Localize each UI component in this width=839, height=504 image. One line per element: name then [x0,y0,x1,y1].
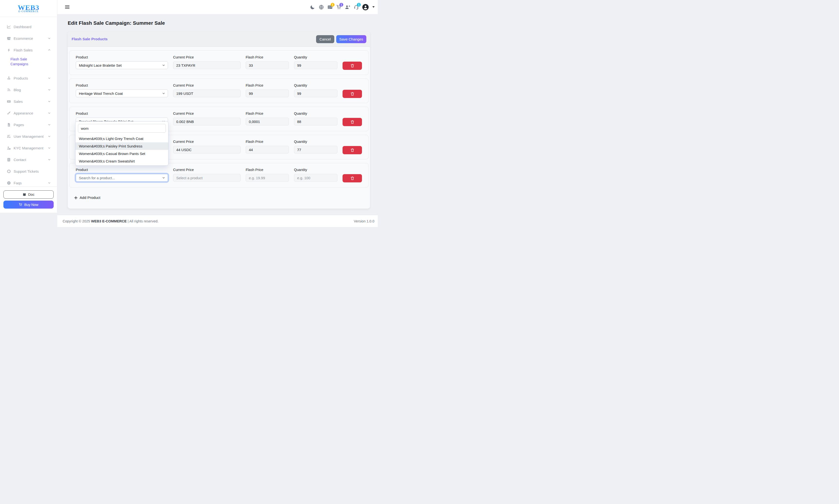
cart-icon [19,203,22,206]
sidebar-item-kyc-management[interactable]: KYC Management [0,142,57,154]
product-label: Product [76,112,168,115]
delete-row-button[interactable] [343,174,362,182]
hamburger-menu-icon[interactable] [65,5,69,9]
current-price-label: Current Price [173,112,241,115]
add-user[interactable] [345,4,350,10]
caret-down-icon[interactable] [372,6,375,8]
chevron-down-icon [48,37,51,40]
product-row: Product Search for a product... Women&#0… [69,163,369,187]
sidebar-item-support-tickets[interactable]: Support Tickets [0,165,57,177]
dropdown-option-highlighted[interactable]: Women&#039;s Paisley Print Sundress [75,142,168,150]
sidebar-item-flash-sales[interactable]: Flash Sales [0,44,57,56]
sidebar-item-blog[interactable]: Blog [0,84,57,95]
chevron-down-icon [48,181,51,184]
language-selector[interactable] [319,4,324,10]
flash-price-input[interactable] [246,118,289,125]
copyright-prefix: Copyright © 2025 [63,219,91,223]
current-price-label: Current Price [173,84,241,87]
delete-row-button[interactable] [343,61,362,70]
product-label: Product [76,55,168,59]
chevron-down-icon [48,77,51,79]
product-row: Product Midnight Lace Bralette Set Curre… [69,51,369,75]
dark-mode-toggle[interactable] [310,4,315,10]
cart-badge: 1 [339,3,343,6]
current-price-input[interactable] [173,90,241,97]
sidebar-item-label: Dashboard [14,25,51,29]
current-price-input[interactable] [173,61,241,69]
sidebar-subitem-label: Flash Sale Campaigns [11,57,28,66]
brand-logo[interactable]: WEB3 E-COMMERCE [0,0,57,17]
book-icon [22,193,26,196]
sidebar-item-contact[interactable]: Contact [0,154,57,165]
flash-price-label: Flash Price [246,140,289,144]
flash-sale-products-card: Flash Sale Products Cancel Save Changes … [68,32,370,209]
quantity-label: Quantity [294,84,338,87]
quantity-input[interactable] [294,146,338,154]
doc-button[interactable]: Doc [3,191,54,199]
user-plus-icon [345,5,350,10]
product-label: Product [76,168,168,172]
sidebar-item-label: Flash Sales [14,48,48,52]
flash-price-label: Flash Price [246,112,289,115]
add-product-button[interactable]: Add Product [74,196,100,200]
delete-row-button[interactable] [343,90,362,98]
page-footer: Copyright © 2025 WEB3 E-COMMERCE | All r… [57,215,378,227]
sidebar-item-sales[interactable]: Sales [0,95,57,107]
trash-icon [350,64,354,68]
sidebar-item-dashboard[interactable]: Dashboard [0,21,57,33]
current-price-input[interactable] [173,146,241,154]
sidebar-item-pages[interactable]: Pages [0,119,57,130]
cart-notifications[interactable]: 1 [336,4,341,10]
quantity-label: Quantity [294,168,338,172]
product-select-placeholder: Search for a product... [79,176,115,180]
quantity-input[interactable] [294,61,338,69]
save-changes-button[interactable]: Save Changes [336,35,366,43]
trash-icon [350,120,354,124]
dropdown-option[interactable]: Women&#039;s Cream Sweatshirt [75,157,168,165]
user-shield-icon [7,146,11,150]
flash-price-input[interactable] [246,90,289,97]
sidebar-item-flash-sale-campaigns[interactable]: Flash Sale Campaigns [0,56,57,72]
chevron-down-icon [162,92,165,95]
add-product-label: Add Product [80,196,100,200]
product-select[interactable]: Midnight Lace Bralette Set [76,61,168,69]
chevron-down-icon [48,123,51,126]
kyc-notifications[interactable]: 1 [327,4,332,10]
current-price-input[interactable] [173,118,241,125]
sidebar-item-label: User Management [14,134,48,139]
product-select[interactable]: Heritage Wool Trench Coat [76,90,168,97]
flash-price-label: Flash Price [246,55,289,59]
quantity-input[interactable] [294,118,338,125]
quantity-input[interactable] [294,90,338,97]
sidebar-item-label: Faqs [14,181,48,185]
chevron-down-icon [48,135,51,138]
dropdown-option[interactable]: Women&#039;s Light Grey Trench Coat [75,135,168,142]
sidebar-item-products[interactable]: Products [0,72,57,84]
version-text: Version 1.0.0 [354,219,374,223]
flash-price-input[interactable] [246,174,289,182]
sidebar-item-user-management[interactable]: User Management [0,130,57,142]
delete-row-button[interactable] [343,146,362,154]
sidebar-item-faqs[interactable]: ? Faqs [0,177,57,186]
sidebar-item-appearance[interactable]: Appearance [0,107,57,119]
flash-price-input[interactable] [246,146,289,154]
product-search-input[interactable] [78,124,166,133]
card-actions: Cancel Save Changes [316,35,366,43]
dropdown-option[interactable]: Women&#039;s Casual Brown Pants Set [75,150,168,157]
delete-row-button[interactable] [343,118,362,126]
flash-price-input[interactable] [246,61,289,69]
buy-now-button[interactable]: Buy Now [3,201,54,209]
store-icon [7,36,11,40]
cancel-button[interactable]: Cancel [316,35,334,43]
current-price-input[interactable] [173,174,241,182]
life-ring-icon [7,169,11,174]
sidebar-item-ecommerce[interactable]: Ecommerce [0,33,57,44]
quantity-label: Quantity [294,112,338,115]
trash-icon [350,92,354,96]
product-select[interactable]: Search for a product... [76,174,168,182]
flash-price-label: Flash Price [246,168,289,172]
support-notifications[interactable]: 1 [354,4,359,10]
current-price-label: Current Price [173,55,241,59]
quantity-input[interactable] [294,174,338,182]
user-avatar[interactable] [362,4,369,11]
